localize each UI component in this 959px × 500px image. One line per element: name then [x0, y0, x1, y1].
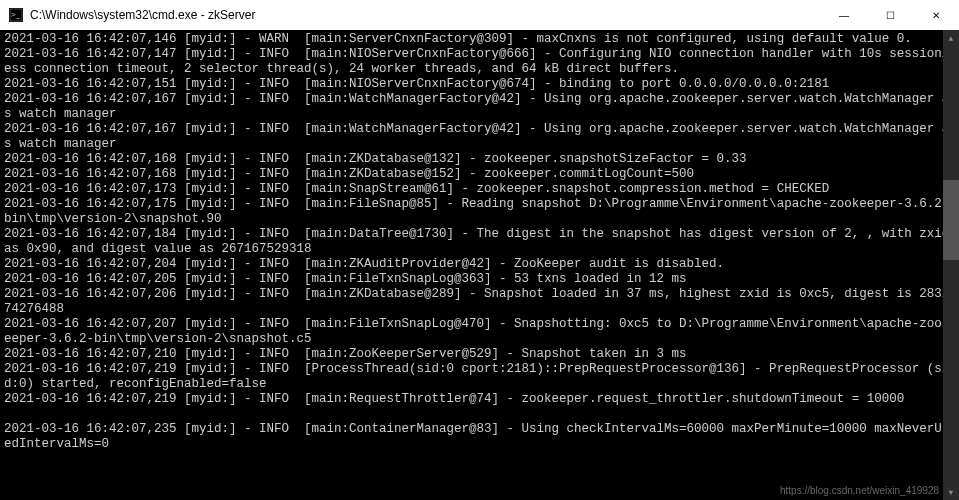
window-controls: — ☐ ✕ — [821, 0, 959, 30]
watermark: https://blog.csdn.net/weixin_419928 — [780, 485, 939, 496]
console-output[interactable]: 2021-03-16 16:42:07,146 [myid:] - WARN [… — [0, 30, 959, 500]
vertical-scrollbar[interactable]: ▲ ▼ — [943, 30, 959, 500]
scroll-thumb[interactable] — [943, 180, 959, 260]
cmd-icon: >_ — [8, 7, 24, 23]
close-button[interactable]: ✕ — [913, 0, 959, 30]
svg-text:>_: >_ — [11, 10, 21, 19]
maximize-button[interactable]: ☐ — [867, 0, 913, 30]
scroll-down-button[interactable]: ▼ — [943, 484, 959, 500]
minimize-button[interactable]: — — [821, 0, 867, 30]
window-title: C:\Windows\system32\cmd.exe - zkServer — [30, 8, 821, 22]
scroll-up-button[interactable]: ▲ — [943, 30, 959, 46]
window-titlebar[interactable]: >_ C:\Windows\system32\cmd.exe - zkServe… — [0, 0, 959, 30]
